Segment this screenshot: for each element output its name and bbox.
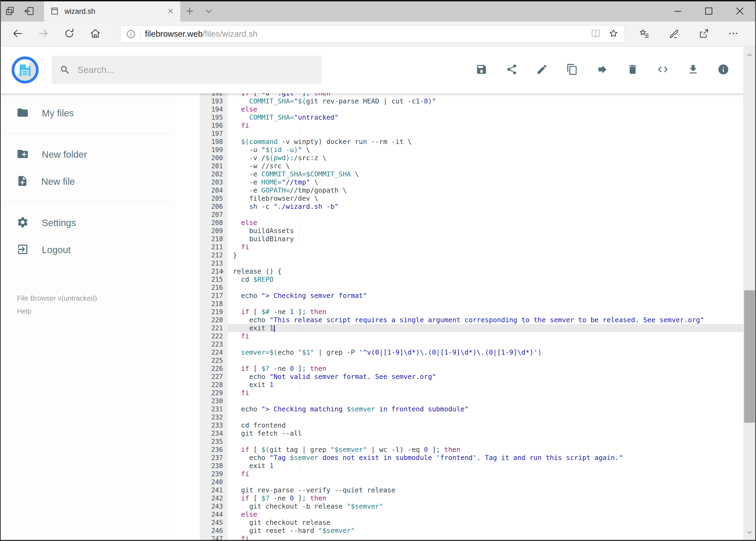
- home-button[interactable]: [82, 28, 108, 41]
- code-line-239[interactable]: 239 fi: [175, 470, 755, 478]
- code-line-213[interactable]: 213: [175, 259, 755, 268]
- code-line-245[interactable]: 245 git checkout release: [175, 519, 755, 527]
- code-line-233[interactable]: 233 cd frontend: [175, 421, 755, 429]
- code-line-230[interactable]: 230: [175, 397, 755, 405]
- active-tab[interactable]: wizard.sh: [44, 1, 180, 22]
- code-line-237[interactable]: 237 echo "Tag $semver does not exist in …: [175, 454, 755, 462]
- code-line-192[interactable]: 192 if [ -d ".git" ]; then: [175, 93, 755, 97]
- code-line-208[interactable]: 208 else: [175, 219, 755, 227]
- code-line-206[interactable]: 206 sh -c "./wizard.sh -b": [175, 203, 755, 211]
- code-line-224[interactable]: 224 semver=$(echo "$1" | grep -P '^v(0|[…: [175, 348, 755, 356]
- code-line-244[interactable]: 244 else: [175, 510, 755, 519]
- code-line-229[interactable]: 229 fi: [175, 389, 755, 397]
- code-line-202[interactable]: 202 -e COMMIT_SHA=$COMMIT_SHA \: [175, 170, 755, 178]
- code-line-218[interactable]: 218: [175, 300, 755, 308]
- code-line-214[interactable]: 214▾release () {: [175, 268, 755, 275]
- code-line-199[interactable]: 199 -u "$(id -u)" \: [175, 146, 755, 154]
- tab-preview-button[interactable]: [1, 1, 20, 22]
- code-line-207[interactable]: 207: [175, 211, 755, 219]
- minimize-button[interactable]: [662, 1, 693, 22]
- download-button[interactable]: [687, 64, 699, 76]
- sidebar-item-logout[interactable]: Logout: [1, 236, 175, 264]
- sidebar-item-new-file[interactable]: New file: [1, 168, 175, 195]
- code-line-215[interactable]: 215 cd $REPO: [175, 275, 755, 283]
- scrollbar-thumb[interactable]: [744, 290, 755, 423]
- code-button[interactable]: [657, 64, 669, 76]
- tabs-aside-button[interactable]: [20, 1, 39, 22]
- new-tab-button[interactable]: [180, 6, 199, 18]
- scroll-up-button[interactable]: [744, 49, 755, 62]
- favorites-hub-button[interactable]: [633, 28, 655, 40]
- code-line-231[interactable]: 231 echo "> Checking matching $semver in…: [175, 405, 755, 413]
- refresh-button[interactable]: [56, 28, 82, 41]
- code-line-225[interactable]: 225: [175, 356, 755, 365]
- save-button[interactable]: [475, 64, 488, 76]
- back-button[interactable]: [5, 28, 31, 41]
- code-line-228[interactable]: 228 exit 1: [175, 381, 755, 389]
- more-options-button[interactable]: [722, 28, 745, 40]
- forward-button[interactable]: [31, 28, 56, 41]
- code-line-198[interactable]: 198 $(command -v winpty) docker run --rm…: [175, 138, 755, 146]
- code-line-209[interactable]: 209 buildAssets: [175, 227, 755, 235]
- code-line-212[interactable]: 212}: [175, 251, 755, 259]
- share-page-button[interactable]: [692, 28, 715, 40]
- url-text[interactable]: filebrowser.web/files/wizard.sh: [145, 29, 587, 39]
- code-line-220[interactable]: 220 echo "This release script requires a…: [175, 316, 755, 324]
- scroll-down-button[interactable]: [744, 526, 755, 539]
- code-line-247[interactable]: 247 fi: [175, 535, 755, 540]
- code-line-200[interactable]: 200 -v /$(pwd):/src:z \: [175, 154, 755, 162]
- code-line-217[interactable]: 217 echo "> Checking semver format": [175, 292, 755, 300]
- code-line-210[interactable]: 210 buildBinary: [175, 235, 755, 243]
- code-line-222[interactable]: 222 fi: [175, 332, 755, 340]
- code-editor[interactable]: 192 if [ -d ".git" ]; then193 COMMIT_SHA…: [175, 93, 755, 540]
- code-line-238[interactable]: 238 exit 1: [175, 462, 755, 470]
- maximize-button[interactable]: [693, 1, 724, 22]
- delete-button[interactable]: [627, 64, 639, 76]
- copy-button[interactable]: [566, 64, 579, 76]
- close-button[interactable]: [724, 1, 755, 22]
- share-button[interactable]: [506, 64, 518, 76]
- fold-marker-icon[interactable]: ▾: [222, 268, 224, 275]
- code-line-211[interactable]: 211 fi: [175, 243, 755, 251]
- info-button[interactable]: [717, 64, 730, 76]
- code-line-232[interactable]: 232: [175, 413, 755, 421]
- code-line-235[interactable]: 235: [175, 437, 755, 446]
- page-scrollbar[interactable]: [743, 46, 755, 540]
- code-line-241[interactable]: 241 git rev-parse --verify --quiet relea…: [175, 486, 755, 494]
- code-line-193[interactable]: 193 COMMIT_SHA="$(git rev-parse HEAD | c…: [175, 97, 755, 105]
- code-line-240[interactable]: 240: [175, 478, 755, 486]
- code-line-205[interactable]: 205 filebrowser/dev \: [175, 195, 755, 203]
- code-line-197[interactable]: 197: [175, 130, 755, 138]
- code-line-242[interactable]: 242 if [ $? -ne 0 ]; then: [175, 494, 755, 502]
- reading-view-button[interactable]: [587, 26, 605, 42]
- help-link[interactable]: Help: [17, 305, 175, 317]
- code-line-204[interactable]: 204 -e GOPATH=//tmp/gopath \: [175, 186, 755, 195]
- edit-button[interactable]: [536, 64, 548, 76]
- filebrowser-logo[interactable]: [12, 56, 39, 84]
- sidebar-item-my-files[interactable]: My files: [1, 100, 175, 127]
- code-line-219[interactable]: 219 if [ $# -ne 1 ]; then: [175, 308, 755, 316]
- code-line-223[interactable]: 223: [175, 340, 755, 348]
- code-line-243[interactable]: 243 git checkout -b release "$semver": [175, 502, 755, 510]
- code-line-203[interactable]: 203 -e HOME="//tmp" \: [175, 178, 755, 186]
- code-line-195[interactable]: 195 COMMIT_SHA="untracked": [175, 114, 755, 122]
- sidebar-item-settings[interactable]: Settings: [1, 209, 175, 236]
- web-notes-button[interactable]: [662, 28, 685, 40]
- code-line-236[interactable]: 236 if [ $(git tag | grep "$semver" | wc…: [175, 446, 755, 454]
- move-button[interactable]: [596, 64, 609, 76]
- code-line-226[interactable]: 226 if [ $? -ne 0 ]; then: [175, 365, 755, 373]
- code-line-234[interactable]: 234 git fetch --all: [175, 429, 755, 437]
- favorite-star-button[interactable]: [605, 26, 623, 42]
- code-line-246[interactable]: 246 git reset --hard "$semver": [175, 527, 755, 535]
- code-line-227[interactable]: 227 echo "Not valid semver format. See s…: [175, 373, 755, 381]
- tab-list-button[interactable]: [199, 6, 218, 17]
- code-line-221[interactable]: 221 exit 1: [175, 324, 755, 332]
- site-info-icon[interactable]: [124, 29, 140, 39]
- address-bar[interactable]: filebrowser.web/files/wizard.sh: [120, 25, 625, 43]
- tab-close-button[interactable]: [167, 7, 174, 16]
- code-line-216[interactable]: 216: [175, 283, 755, 292]
- code-line-194[interactable]: 194 else: [175, 105, 755, 114]
- code-line-201[interactable]: 201 -w //src \: [175, 162, 755, 170]
- search-input[interactable]: Search...: [52, 56, 322, 84]
- code-line-196[interactable]: 196 fi: [175, 122, 755, 130]
